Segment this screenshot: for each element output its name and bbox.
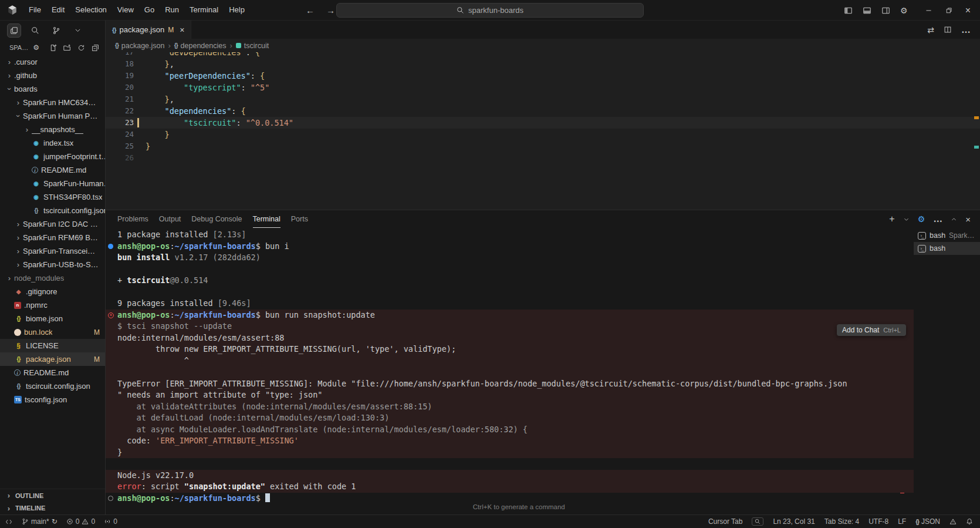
code-editor[interactable]: 17 "devDependencies": {18 },19 "peerDepe…	[106, 52, 980, 210]
minimize-button[interactable]	[925, 6, 932, 14]
tree-item-npmrc[interactable]: .npmrc	[0, 298, 105, 312]
toggle-sidebar-icon[interactable]	[844, 6, 853, 15]
branch-status[interactable]: main* ↻	[22, 517, 58, 526]
tree-item-biome-json[interactable]: biome.json	[0, 312, 105, 325]
tab-size-status[interactable]: Tab Size: 4	[824, 517, 859, 526]
menu-go[interactable]: Go	[139, 0, 160, 20]
menu-file[interactable]: File	[23, 0, 46, 20]
split-editor-icon[interactable]	[944, 26, 952, 33]
tree-item-package-json[interactable]: package.jsonM	[0, 352, 105, 366]
settings-gear-icon[interactable]: ⚙	[900, 6, 908, 15]
tree-item-sparkfun-usb-to-s[interactable]: ›SparkFun-USB-to-S…	[0, 258, 105, 271]
tree-item-cursor[interactable]: ›.cursor	[0, 55, 105, 69]
panel-tab-ports[interactable]: Ports	[291, 210, 308, 228]
tree-item-tscircuit-config-json[interactable]: tscircuit.config.json	[0, 379, 105, 393]
terminal-tab-bash-2[interactable]: bash	[914, 242, 980, 255]
breadcrumb-tscircuit[interactable]: tscircuit	[236, 42, 269, 50]
tree-item-sparkfun-human-p[interactable]: ›SparkFun Human P…	[0, 109, 105, 123]
code-line[interactable]: 19 "peerDependencies": {	[106, 70, 980, 82]
eol-status[interactable]: LF	[898, 517, 906, 526]
tree-item-readme-md[interactable]: README.md	[0, 366, 105, 379]
breadcrumb-package-json[interactable]: {}package.json	[115, 42, 164, 50]
tree-item-sparkfun-human[interactable]: SparkFun-Human…	[0, 177, 105, 190]
tab-package-json[interactable]: {} package.json M ×	[106, 21, 191, 39]
nav-forward-button[interactable]: →	[326, 5, 335, 15]
panel-tab-output[interactable]: Output	[159, 210, 181, 228]
tree-item-github[interactable]: ›.github	[0, 69, 105, 82]
menu-help[interactable]: Help	[224, 0, 250, 20]
panel-tab-debug-console[interactable]: Debug Console	[191, 210, 242, 228]
tree-item-tsconfig-json[interactable]: tsconfig.json	[0, 393, 105, 406]
tree-item-readme-md[interactable]: README.md	[0, 163, 105, 177]
toggle-panel-icon[interactable]	[863, 6, 871, 15]
menu-view[interactable]: View	[112, 0, 139, 20]
problems-status[interactable]: 0 0	[66, 517, 95, 526]
new-file-icon[interactable]	[49, 44, 57, 52]
menu-edit[interactable]: Edit	[46, 0, 70, 20]
section-timeline[interactable]: ›TIMELINE	[0, 502, 105, 514]
section-outline[interactable]: ›OUTLINE	[0, 489, 105, 502]
new-folder-icon[interactable]	[63, 44, 71, 52]
more-views-chevron-icon[interactable]	[70, 23, 85, 38]
menu-terminal[interactable]: Terminal	[184, 0, 224, 20]
panel-tab-terminal[interactable]: Terminal	[253, 210, 281, 228]
tree-item-sparkfun-i2c-dac[interactable]: ›SparkFun I2C DAC …	[0, 217, 105, 231]
close-button[interactable]: ×	[965, 5, 971, 16]
tree-item-node-modules[interactable]: ›node_modules	[0, 271, 105, 285]
tab-close-icon[interactable]: ×	[180, 26, 184, 34]
code-line[interactable]: 26	[106, 152, 980, 164]
tree-item-sths34pf80-tsx[interactable]: STHS34PF80.tsx	[0, 190, 105, 204]
new-terminal-icon[interactable]: +	[889, 214, 894, 224]
more-actions-icon[interactable]: …	[961, 25, 971, 35]
panel-close-icon[interactable]: ×	[965, 214, 971, 224]
language-status[interactable]: {} JSON	[915, 517, 940, 526]
search-icon[interactable]	[28, 23, 42, 38]
terminal-dropdown-icon[interactable]	[903, 216, 910, 223]
terminal-tab-bash-1[interactable]: bashSpark…	[914, 229, 980, 242]
cursor-tab-status[interactable]: Cursor Tab	[708, 517, 742, 526]
explorer-settings-gear-icon[interactable]: ⚙	[33, 43, 39, 52]
tree-item-boards[interactable]: ›boards	[0, 82, 105, 96]
menu-selection[interactable]: Selection	[70, 0, 111, 20]
explorer-icon[interactable]	[7, 23, 21, 38]
tree-item-sparkfun-rfm69-b[interactable]: ›SparkFun RFM69 B…	[0, 231, 105, 244]
restore-button[interactable]	[945, 7, 952, 14]
tree-item-index-tsx[interactable]: index.tsx	[0, 136, 105, 150]
sync-icon[interactable]: ↻	[52, 517, 58, 526]
panel-settings-gear-icon[interactable]: ⚙	[918, 215, 925, 223]
remote-indicator[interactable]	[5, 518, 13, 526]
line-col-status[interactable]: Ln 23, Col 31	[773, 517, 815, 526]
terminal[interactable]: 1 package installed [2.13s]ansh@pop-os:~…	[106, 228, 914, 514]
tree-item-snapshots[interactable]: ›__snapshots__	[0, 123, 105, 136]
tree-item-bun-lock[interactable]: bun.lockM	[0, 325, 105, 339]
tree-item-sparkfun-hmc634[interactable]: ›SparkFun HMC634…	[0, 96, 105, 109]
add-to-chat-button[interactable]: Add to Chat Ctrl+L	[837, 324, 906, 336]
code-line[interactable]: 25}	[106, 140, 980, 152]
ports-status[interactable]: 0	[104, 517, 117, 526]
bell-icon[interactable]	[966, 518, 973, 525]
panel-maximize-icon[interactable]	[951, 216, 957, 223]
tree-item-sparkfun-transcei[interactable]: ›SparkFun-Transcei…	[0, 244, 105, 258]
source-control-icon[interactable]	[49, 23, 63, 38]
refresh-icon[interactable]	[77, 44, 85, 52]
tree-item-gitignore[interactable]: .gitignore	[0, 285, 105, 298]
code-line[interactable]: 24 }	[106, 129, 980, 140]
code-line[interactable]: 20 "typescript": "^5"	[106, 82, 980, 93]
code-line[interactable]: 22 "dependencies": {	[106, 105, 980, 117]
global-search[interactable]: sparkfun-boards	[336, 3, 644, 18]
tree-item-tscircuit-config-json[interactable]: tscircuit.config.json	[0, 204, 105, 217]
code-line[interactable]: 23 "tscircuit": "^0.0.514"	[106, 117, 980, 129]
menu-run[interactable]: Run	[160, 0, 184, 20]
warning-bell-icon[interactable]	[949, 518, 957, 525]
toggle-secondary-sidebar-icon[interactable]	[881, 6, 890, 15]
nav-back-button[interactable]: ←	[306, 5, 315, 15]
panel-tab-problems[interactable]: Problems	[117, 210, 148, 228]
compare-changes-icon[interactable]: ⇄	[927, 25, 934, 35]
collapse-all-icon[interactable]	[92, 44, 99, 52]
panel-more-icon[interactable]: …	[933, 214, 942, 224]
tree-item-jumperfootprint-t[interactable]: jumperFootprint.t…	[0, 150, 105, 163]
encoding-status[interactable]: UTF-8	[869, 517, 888, 526]
code-line[interactable]: 17 "devDependencies": {	[106, 52, 980, 58]
search-status-icon[interactable]	[752, 517, 763, 526]
code-line[interactable]: 21 },	[106, 93, 980, 105]
